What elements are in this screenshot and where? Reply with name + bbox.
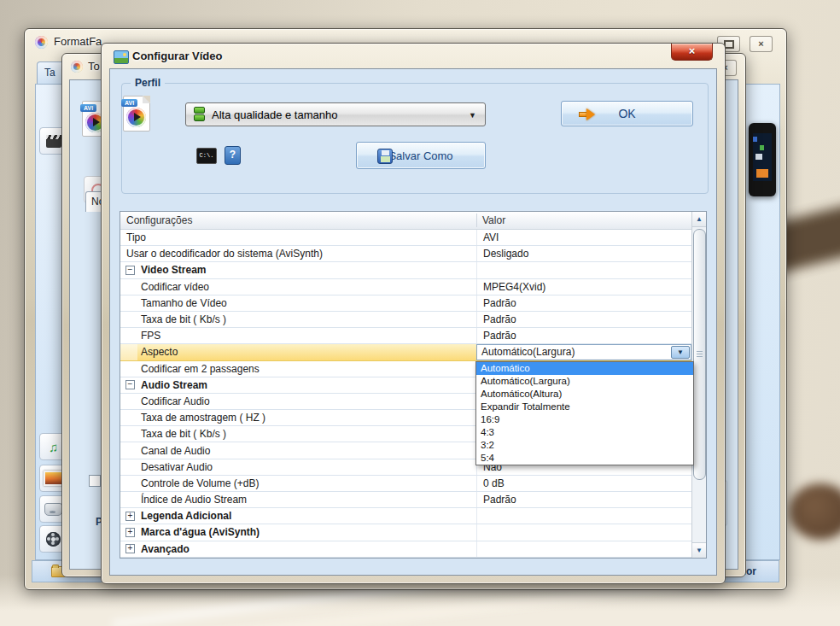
avi-badge: AVI — [80, 104, 96, 112]
setting-value: Padrão — [476, 328, 691, 343]
header-valor[interactable]: Valor — [482, 214, 505, 226]
dropdown-item[interactable]: 4:3 — [476, 426, 693, 439]
setting-value: Desligado — [476, 246, 691, 261]
setting-value: 0 dB — [476, 476, 691, 491]
scroll-up-icon[interactable]: ▲ — [692, 212, 706, 227]
ok-button[interactable]: OK — [561, 101, 693, 126]
collapse-icon[interactable]: − — [125, 380, 135, 389]
setting-name: Codificar em 2 passagens — [120, 361, 476, 377]
iphone-image — [749, 123, 776, 196]
settings-row[interactable]: +Avançado — [120, 541, 691, 558]
commandline-icon[interactable]: C:\. — [196, 148, 217, 164]
setting-name: Tipo — [120, 230, 476, 245]
play-icon — [134, 113, 141, 121]
setting-name-text: Desativar Audio — [141, 461, 213, 473]
aspect-dropdown: AutomáticoAutomático(Largura)Automático(… — [475, 361, 694, 465]
setting-name: Tamanho de Vídeo — [120, 295, 476, 311]
close-button-main[interactable]: × — [750, 36, 773, 52]
dropdown-item[interactable]: 3:2 — [476, 439, 693, 452]
setting-name: Taxa de bit ( Kb/s ) — [120, 426, 476, 442]
setting-name: FPS — [120, 328, 476, 343]
video-config-icon — [114, 50, 129, 64]
chevron-down-icon: ▼ — [469, 111, 476, 120]
setting-name: Controle de Volume (+dB) — [120, 476, 476, 491]
setting-name-text: Tamanho de Vídeo — [141, 297, 227, 309]
dropdown-item[interactable]: 16:9 — [476, 413, 693, 426]
dropdown-item[interactable]: Automático — [476, 362, 693, 375]
settings-row[interactable]: Codificar vídeoMPEG4(Xvid) — [120, 279, 691, 295]
iphone-screen — [753, 133, 772, 181]
configurar-video-dialog: Configurar Vídeo × Perfil AVI Alta quali… — [101, 43, 726, 584]
dialog-client-area: Perfil AVI Alta qualidade e tamanho ▼ OK… — [109, 68, 717, 576]
perfil-groupbox: Perfil — [121, 83, 709, 194]
profile-select[interactable]: Alta qualidade e tamanho ▼ — [185, 102, 486, 126]
setting-value — [476, 524, 691, 540]
setting-value: Padrão — [476, 312, 691, 327]
collapse-icon[interactable]: − — [125, 266, 135, 275]
music-note-icon: ♫ — [49, 441, 58, 453]
settings-row[interactable]: −Video Stream — [120, 262, 691, 278]
dropdown-item[interactable]: Automático(Largura) — [476, 375, 693, 388]
setting-name: +Avançado — [120, 541, 476, 557]
background-photo-shape — [789, 483, 840, 540]
settings-row[interactable]: +Marca d'água (AviSynth) — [120, 524, 691, 541]
expand-icon[interactable]: + — [125, 512, 135, 521]
setting-name: −Audio Stream — [120, 377, 476, 393]
settings-row[interactable]: Tamanho de VídeoPadrão — [120, 295, 691, 312]
header-configuracoes[interactable]: Configurações — [126, 214, 192, 226]
aspect-dropdown-button[interactable]: ▼ — [671, 346, 690, 358]
save-as-button[interactable]: Salvar Como — [356, 142, 486, 169]
settings-row[interactable]: AspectoAutomático(Largura)▼ — [120, 344, 691, 360]
setting-name: Codificar vídeo — [120, 279, 476, 295]
setting-name: Canal de Audio — [120, 442, 476, 458]
expand-icon[interactable]: + — [125, 528, 135, 537]
settings-row[interactable]: Usar o decodificador do sistema (AviSynt… — [120, 246, 691, 262]
quality-profile-icon — [194, 107, 205, 122]
dialog-titlebar[interactable]: Configurar Vídeo × — [102, 44, 725, 68]
setting-name-text: Avançado — [141, 543, 190, 555]
setting-value[interactable]: Automático(Largura)▼ — [476, 344, 691, 360]
clapperboard-icon — [46, 135, 61, 148]
setting-name: +Legenda Adicional — [120, 508, 476, 524]
header-divider — [476, 214, 477, 227]
scroll-down-icon[interactable]: ▼ — [692, 542, 706, 558]
settings-row[interactable]: TipoAVI — [120, 230, 691, 246]
setting-name-text: Codificar em 2 passagens — [141, 363, 260, 375]
setting-value: MPEG4(Xvid) — [476, 279, 691, 295]
settings-row[interactable]: Taxa de bit ( Kb/s )Padrão — [120, 312, 691, 328]
close-button-dialog[interactable]: × — [671, 44, 713, 61]
setting-name-text: Índice de Audio Stream — [141, 494, 247, 506]
play-icon — [93, 118, 100, 126]
setting-value — [476, 508, 691, 524]
avi-badge: AVI — [121, 99, 137, 107]
dialog-title: Configurar Vídeo — [132, 50, 222, 62]
help-icon[interactable]: ? — [225, 146, 241, 165]
setting-name-text: Usar o decodificador do sistema (AviSynt… — [126, 248, 323, 260]
setting-value — [476, 541, 691, 557]
settings-row[interactable]: Índice de Audio StreamPadrão — [120, 492, 691, 508]
setting-name-text: Legenda Adicional — [141, 510, 231, 522]
middle-window-title: To — [88, 60, 100, 73]
settings-row[interactable]: FPSPadrão — [120, 328, 691, 344]
setting-value: AVI — [476, 230, 691, 245]
setting-name: Desativar Audio — [120, 459, 476, 475]
setting-name: Índice de Audio Stream — [120, 492, 476, 507]
middle-checkbox[interactable] — [89, 475, 101, 487]
formatfactory-logo-icon — [35, 36, 48, 49]
expand-icon[interactable]: + — [125, 544, 135, 553]
setting-name-text: Marca d'água (AviSynth) — [141, 526, 260, 538]
setting-name: −Video Stream — [120, 262, 476, 278]
dropdown-item[interactable]: Automático(Altura) — [476, 388, 693, 401]
setting-value: Padrão — [476, 295, 691, 311]
setting-name-text: Taxa de bit ( Kb/s ) — [141, 428, 226, 440]
setting-name-text: Codificar vídeo — [141, 281, 209, 293]
dropdown-item[interactable]: 5:4 — [476, 452, 693, 465]
film-reel-icon — [46, 532, 61, 547]
setting-name: Usar o decodificador do sistema (AviSynt… — [120, 246, 476, 261]
setting-name-text: Codificar Audio — [141, 395, 210, 407]
setting-name: +Marca d'água (AviSynth) — [120, 524, 476, 540]
dropdown-item[interactable]: Expandir Totalmente — [476, 401, 693, 413]
settings-row[interactable]: +Legenda Adicional — [120, 508, 691, 524]
settings-row[interactable]: Controle de Volume (+dB)0 dB — [120, 476, 691, 492]
scrollbar-thumb[interactable] — [693, 229, 706, 480]
